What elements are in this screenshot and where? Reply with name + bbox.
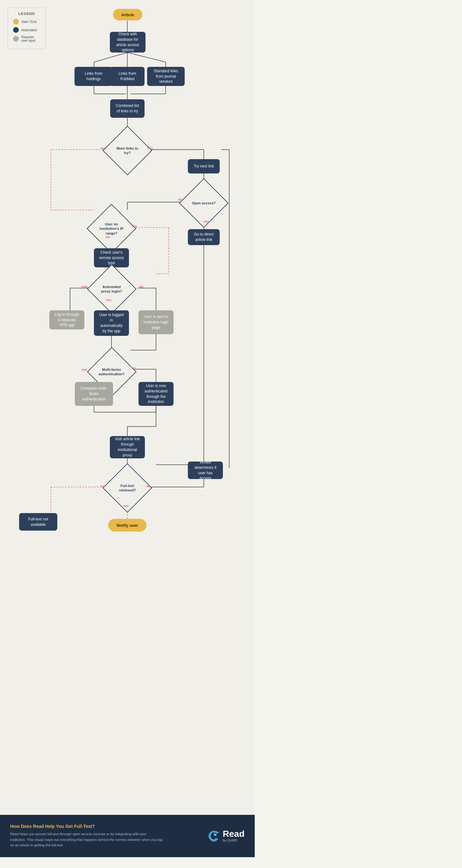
footer-description: Read helps you access full-text through … [10,831,163,848]
open-access-no-label: NO [178,198,183,201]
check-db-node: Check with database for article access o… [110,32,146,53]
ip-range-yes-label: YES [131,225,137,228]
try-next-node: Try next link [188,159,220,174]
more-links-no-label: NO [101,147,105,150]
full-text-no-label: NO [147,485,151,488]
article-node: Article [113,9,142,20]
ip-range-no-label: NO [106,236,110,239]
more-links-diamond: More links to try? [109,132,146,169]
svg-line-4 [127,53,165,62]
user-sent-node: User is sent to institution login page [138,310,174,334]
links-standard-node: Standard links from journal vendors [147,67,185,86]
connectors-svg [0,0,255,815]
log-vpn-node: Log in through a separate VPN app [49,310,84,330]
notify-user-node: Notify user [108,519,147,532]
ip-range-text: User on institution's IP range? [97,222,126,236]
footer-logo: Read by QxMD [208,830,245,842]
vendor-determines-node: Vendor determines if user has access [188,462,223,479]
auto-proxy-diamond: Automated proxy login? [93,271,130,307]
auto-proxy-vpn-label: VPN [82,285,88,288]
mfa-no-label: NO [131,367,136,370]
full-text-no-left-label: NO [101,485,105,488]
auto-proxy-no-label: NO [139,285,144,288]
footer-logo-by-label: by QxMD [223,838,245,842]
go-direct-node: Go to direct article link [188,229,220,245]
auto-proxy-yes-label: YES [106,299,112,302]
footer-title: How Does Read Help You Get Full-Text? [10,824,163,829]
visit-article-node: Visit article link through institutional… [110,436,145,458]
open-access-diamond: Open access? [185,185,222,221]
footer-logo-text: Read by QxMD [223,830,245,842]
more-links-text: More links to try? [113,146,142,155]
more-links-yes-label: YES [147,147,153,150]
mfa-yes-label: YES [81,368,87,371]
full-text-na-node: Full-text not available [19,513,57,531]
combined-list-node: Combined list of links to try [110,99,145,118]
page-wrapper: LEGEND Start / End Automated Requires us… [0,0,255,857]
ip-range-diamond: User on institution's IP range? [92,210,130,248]
full-text-text: Full-text retrieved? [113,484,142,493]
open-access-text: Open access? [189,201,218,205]
user-auth-node: User is now authenticated through the in… [138,382,174,406]
footer-logo-read-label: Read [223,830,245,838]
open-access-yes-label: YES [203,220,209,223]
links-pubmed-node: Links from PubMed [110,67,145,86]
links-holdings-node: Links from holdings [74,67,113,86]
full-text-yes-label: YES [123,504,129,508]
full-text-diamond: Full-text retrieved? [109,469,146,506]
footer: How Does Read Help You Get Full-Text? Re… [0,815,255,857]
svg-line-1 [94,53,127,62]
user-logged-node: User is logged in automatically by the a… [94,310,129,336]
auto-proxy-text: Automated proxy login? [97,284,126,293]
footer-text-section: How Does Read Help You Get Full-Text? Re… [10,824,163,848]
mfa-text: Multi-factor authentication? [97,367,126,376]
complete-mfa-node: Complete multi-factor authentication [75,382,113,406]
flowchart: Article Check with database for article … [0,0,255,815]
read-logo-icon [208,830,220,842]
